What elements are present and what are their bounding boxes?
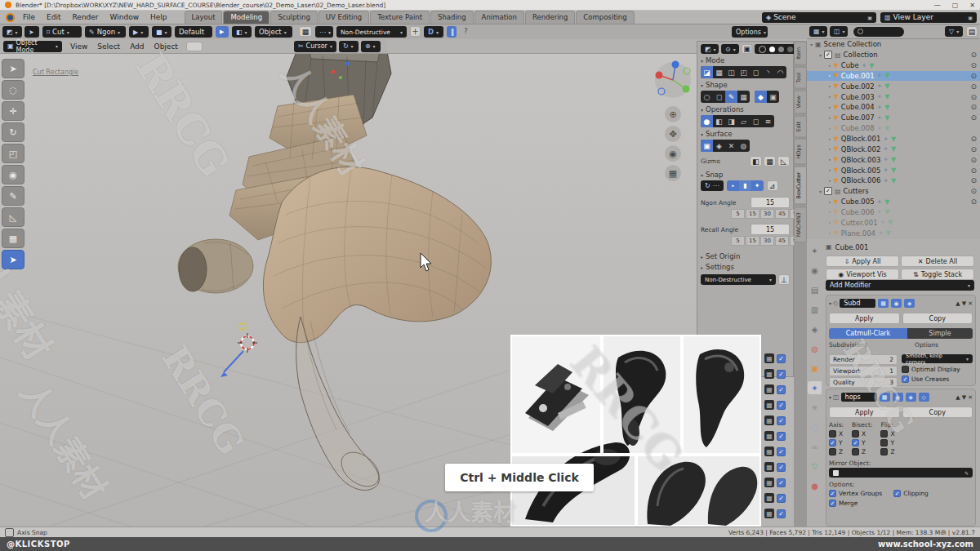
move-down-icon[interactable]: ▼ xyxy=(962,394,966,401)
section-surface[interactable]: Surface xyxy=(706,130,732,138)
gizmo-button-1[interactable]: ▦ xyxy=(764,156,776,167)
shape-icon-3[interactable]: ▦ xyxy=(737,91,750,103)
operation-icon-4[interactable]: ◻ xyxy=(750,115,762,127)
edit-mode-toggle[interactable]: ▦ xyxy=(880,393,890,402)
model-cylinder[interactable] xyxy=(178,239,253,293)
expand-icon[interactable]: ▾ xyxy=(829,394,831,400)
disclosure-icon[interactable]: ▾ xyxy=(819,52,822,58)
clipping-checkbox[interactable]: ✓Clipping xyxy=(893,490,929,497)
export-icon[interactable]: ⊥ xyxy=(778,274,790,285)
npanel-tab-edit[interactable]: Edit xyxy=(794,116,807,138)
render-toggle[interactable]: ◈ xyxy=(906,393,916,402)
toggle-perspective-icon[interactable]: ▦ xyxy=(665,165,681,181)
section-snap[interactable]: Snap xyxy=(706,171,723,179)
ngon-angle-field[interactable]: 15 xyxy=(751,197,790,208)
npanel-tab-boxcutter[interactable]: BoxCutter xyxy=(794,167,807,205)
copy-modifier-button[interactable]: Copy xyxy=(902,313,973,324)
close-button[interactable]: ✕ xyxy=(969,2,975,9)
new-scene-icon[interactable]: ▣ xyxy=(867,15,872,20)
viewport-menu-view[interactable]: View xyxy=(65,41,92,52)
angle-preset-45[interactable]: 45 xyxy=(775,209,789,219)
visibility-eye-icon[interactable]: ⊙ xyxy=(970,82,977,91)
visibility-eye-icon[interactable]: ⊙ xyxy=(970,198,977,206)
properties-tab-material[interactable]: ● xyxy=(808,479,822,492)
outliner-row[interactable]: ▾✓▤Cutters⊙ xyxy=(807,186,980,197)
outliner-row[interactable]: ▾▣Scene Collection xyxy=(807,39,980,50)
section-set-origin[interactable]: Set Origin xyxy=(706,252,740,260)
visibility-checkbox[interactable]: ✓ xyxy=(777,370,786,379)
cut-mode-dropdown[interactable]: ⌑Cut▾ xyxy=(42,26,82,38)
outliner-row[interactable]: ▾✓▤Collection⊙ xyxy=(807,50,980,60)
mode-icon-1[interactable]: ▦ xyxy=(713,66,725,78)
delete-all-button[interactable]: ✕Delete All xyxy=(901,256,974,267)
behavior-dropdown[interactable]: Non-Destructive▾ xyxy=(336,26,407,38)
outliner-row[interactable]: •▼Cube.006✦▼ xyxy=(807,207,980,218)
viewport-vis-button[interactable]: ◉Viewport Vis xyxy=(826,269,899,280)
quality-value-field[interactable]: Quality3 xyxy=(829,377,898,388)
play-dropdown[interactable]: ▶▾ xyxy=(129,26,149,38)
modifier-name-field[interactable]: hops xyxy=(841,393,877,402)
properties-tab-particles[interactable]: ✳ xyxy=(808,401,822,414)
npanel-tab-tool[interactable]: Tool xyxy=(794,67,807,89)
shape-extra-icon-1[interactable]: ▣ xyxy=(767,91,779,103)
remove-modifier-icon[interactable]: ✕ xyxy=(968,300,973,307)
mirror-flip-z-checkbox[interactable]: Z xyxy=(880,448,894,455)
toggle-stack-button[interactable]: ⇅Toggle Stack xyxy=(901,269,974,280)
workspace-tab-rendering[interactable]: Rendering xyxy=(525,11,575,24)
measure-tool[interactable]: ◺ xyxy=(2,207,24,227)
realtime-toggle[interactable]: ◉ xyxy=(891,299,902,308)
select-box-tool[interactable]: ➤ xyxy=(2,59,24,78)
apply-modifier-button[interactable]: Apply xyxy=(829,407,900,418)
npanel-pie-icon[interactable]: ⊙▾ xyxy=(721,44,739,54)
merge-checkbox[interactable]: ✓Merge xyxy=(829,500,858,507)
mode-icon-2[interactable]: ◫ xyxy=(725,66,737,78)
surface-icon-1[interactable]: ◈ xyxy=(713,140,725,152)
mask-dropdown[interactable]: ◧▾ xyxy=(232,26,252,38)
operation-icon-3[interactable]: ▱ xyxy=(737,115,750,127)
mirror-flip-x-checkbox[interactable]: X xyxy=(880,430,894,438)
operation-icon-2[interactable]: ◨ xyxy=(725,115,737,127)
expand-icon[interactable]: ▾ xyxy=(829,300,831,306)
workspace-tab-texture-paint[interactable]: Texture Paint xyxy=(370,11,430,24)
properties-tab-scene[interactable]: ◈ xyxy=(808,322,822,335)
solid-dropdown[interactable]: ■▾ xyxy=(152,26,172,38)
visibility-eye-icon[interactable]: ⊙ xyxy=(970,187,977,195)
surface-icon-2[interactable]: ✕ xyxy=(725,140,737,152)
gizmo-button-2[interactable]: ◺ xyxy=(777,156,790,167)
properties-tab-modifiers[interactable]: ✦ xyxy=(808,381,822,394)
scene-selector[interactable]: ◈ Scene ▣ xyxy=(762,12,876,23)
visibility-checkbox[interactable]: ✓ xyxy=(777,494,786,503)
outliner-row[interactable]: •▼QBlock.005✦▼⊙ xyxy=(807,165,980,176)
menu-file[interactable]: File xyxy=(17,11,41,23)
workspace-tab-shading[interactable]: Shading xyxy=(430,11,474,24)
move-down-icon[interactable]: ▼ xyxy=(962,300,966,307)
transform-tool[interactable]: ◉ xyxy=(2,165,24,184)
angle-preset-5[interactable]: 5 xyxy=(731,236,745,246)
visibility-eye-icon[interactable]: ⊙ xyxy=(970,113,977,122)
zoom-icon[interactable]: ⊕ xyxy=(665,106,681,122)
visibility-eye-icon[interactable]: ⊙ xyxy=(970,145,977,153)
angle-preset-5[interactable]: 5 xyxy=(731,209,745,219)
section-shape[interactable]: Shape xyxy=(706,81,728,89)
properties-tab-output[interactable]: ▤ xyxy=(808,283,822,296)
viewport-menu-select[interactable]: Select xyxy=(92,41,125,52)
snap-option-1[interactable]: ▮ xyxy=(739,180,751,191)
shape-extra-icon-0[interactable]: ◆ xyxy=(755,91,767,103)
optimal-display-checkbox[interactable]: Optimal Display xyxy=(902,366,973,373)
visibility-checkbox[interactable]: ✓ xyxy=(777,478,786,487)
active-tool-icon-button[interactable]: ◩▾ xyxy=(2,26,22,38)
viewport-menu-add[interactable]: Add xyxy=(125,41,149,52)
viewport-menu-object[interactable]: Object xyxy=(149,41,183,52)
outliner-row[interactable]: •▼QBlock.001✦▼⊙ xyxy=(807,134,980,144)
remove-modifier-icon[interactable]: ✕ xyxy=(968,394,973,401)
filter-icon[interactable]: ▽▾ xyxy=(945,26,963,37)
outliner-row[interactable]: •▼Cube.004✦▼⊙ xyxy=(807,102,980,113)
visibility-checkbox[interactable]: ✓ xyxy=(777,447,786,456)
model-hood[interactable] xyxy=(263,167,491,342)
copy-modifier-button[interactable]: Copy xyxy=(902,407,973,418)
operation-icon-5[interactable]: ≡ xyxy=(762,115,774,127)
render-toggle[interactable]: ◈ xyxy=(904,299,915,308)
new-layer-icon[interactable]: ▣ xyxy=(968,15,973,20)
properties-tab-render[interactable]: ◉ xyxy=(808,264,822,277)
outliner-row[interactable]: •▼QBlock.002✦▼⊙ xyxy=(807,144,980,154)
